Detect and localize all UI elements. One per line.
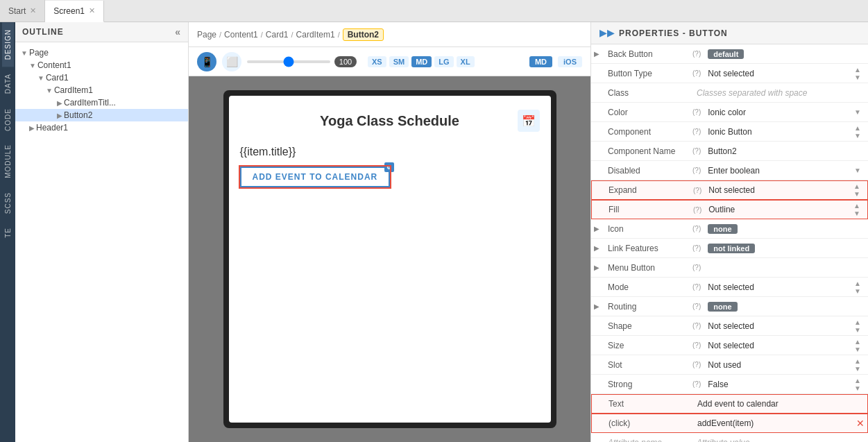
tree-item-content1[interactable]: ▼ Content1	[15, 59, 188, 71]
prop-q-component[interactable]: (?)	[692, 128, 701, 135]
tree-arrow-carditemtitle[interactable]: ▶	[57, 99, 62, 107]
tab-start[interactable]: Start ✕	[0, 0, 45, 22]
prop-label-strong: Strong	[602, 377, 692, 392]
prop-delete-click[interactable]: ✕	[856, 418, 865, 429]
tree-label-carditemtitle: CardItemTitl...	[64, 98, 116, 108]
tablet-view-icon[interactable]: ⬜	[222, 52, 241, 71]
prop-select-component[interactable]: Ionic Button ▲▼	[704, 123, 865, 141]
button-settings-icon: ⚙	[384, 162, 394, 172]
tree-item-page[interactable]: ▼ Page	[15, 46, 188, 59]
platform-ios-badge[interactable]: iOS	[558, 56, 582, 67]
prop-q-back-button[interactable]: (?)	[692, 50, 701, 58]
breadcrumb-button2[interactable]: Button2	[343, 28, 384, 41]
prop-arrow-color: ▼	[854, 108, 861, 116]
prop-q-routing[interactable]: (?)	[692, 303, 701, 310]
prop-value-attribute-value[interactable]: Attribute value	[692, 436, 865, 443]
mobile-view-icon[interactable]: 📱	[197, 52, 216, 71]
prop-select-expand[interactable]: Not selected ▲▼	[704, 181, 865, 199]
breadcrumb-content1[interactable]: Content1	[224, 30, 258, 40]
prop-select-color[interactable]: Ionic color ▼	[704, 106, 865, 119]
tree-item-button2[interactable]: ▶ Button2	[15, 109, 188, 121]
bp-md[interactable]: MD	[411, 56, 432, 67]
prop-q-fill[interactable]: (?)	[693, 206, 701, 214]
prop-q-button-type[interactable]: (?)	[692, 69, 701, 77]
prop-tag-back-button: default	[708, 49, 744, 59]
prop-q-expand[interactable]: (?)	[693, 187, 701, 194]
prop-select-fill[interactable]: Outline ▲▼	[704, 201, 865, 219]
outline-tree: ▼ Page ▼ Content1 ▼ Card1 ▼ CardItem1	[15, 42, 188, 442]
tab-screen1-close[interactable]: ✕	[89, 6, 95, 15]
prop-expand-icon[interactable]: ▶	[594, 225, 599, 232]
breadcrumb-page[interactable]: Page	[197, 30, 216, 40]
tree-arrow-page[interactable]: ▼	[21, 49, 28, 57]
prop-q-strong[interactable]: (?)	[692, 380, 701, 388]
breadcrumb-card1[interactable]: Card1	[266, 30, 289, 40]
side-label-data[interactable]: DATA	[2, 67, 14, 101]
prop-select-size[interactable]: Not selected ▲▼	[704, 337, 865, 355]
prop-expand-menu-button[interactable]: ▶	[594, 264, 599, 271]
platform-md-badge[interactable]: MD	[529, 56, 552, 67]
card-title: Yoga Class Schedule	[262, 113, 518, 129]
prop-select-slot[interactable]: Not used ▲▼	[704, 356, 865, 374]
prop-q-mode[interactable]: (?)	[692, 283, 701, 291]
tree-item-card1[interactable]: ▼ Card1	[15, 71, 188, 84]
tree-item-header1[interactable]: ▶ Header1	[15, 121, 188, 134]
tree-arrow-header1[interactable]: ▶	[29, 124, 35, 132]
prop-value-click[interactable]: addEvent(item)	[693, 417, 853, 430]
tree-item-carditem1[interactable]: ▼ CardItem1	[15, 84, 188, 96]
prop-row-component: Component (?) Ionic Button ▲▼	[591, 122, 868, 142]
prop-select-shape[interactable]: Not selected ▲▼	[704, 317, 865, 335]
prop-select-mode[interactable]: Not selected ▲▼	[704, 278, 865, 296]
prop-value-class[interactable]: Classes separated with space	[692, 87, 865, 99]
tree-arrow-carditem1[interactable]: ▼	[46, 87, 53, 94]
prop-expand-back-button[interactable]: ▶	[594, 50, 599, 58]
side-label-design[interactable]: DESIGN	[2, 22, 14, 67]
prop-q-slot[interactable]: (?)	[692, 361, 701, 368]
center-area: Page / Content1 / Card1 / CardItem1 / Bu…	[189, 22, 590, 442]
prop-q-size[interactable]: (?)	[692, 341, 701, 349]
tree-item-carditemtitle[interactable]: ▶ CardItemTitl...	[15, 96, 188, 109]
prop-row-link-features: ▶ Link Features (?) not linked	[591, 239, 868, 258]
prop-q-link-features[interactable]: (?)	[692, 244, 701, 252]
prop-q-menu-button[interactable]: (?)	[692, 264, 701, 271]
bp-lg[interactable]: LG	[434, 56, 453, 67]
zoom-slider[interactable]	[247, 60, 330, 63]
main-layout: DESIGN DATA CODE MODULE SCSS TE OUTLINE …	[0, 22, 868, 442]
prop-q-shape[interactable]: (?)	[692, 322, 701, 330]
prop-select-button-type[interactable]: Not selected ▲▼	[704, 65, 865, 83]
prop-label-component: Component	[602, 124, 692, 139]
tree-arrow-card1[interactable]: ▼	[37, 74, 44, 82]
tree-arrow-content1[interactable]: ▼	[29, 62, 36, 69]
prop-row-shape: Shape (?) Not selected ▲▼	[591, 316, 868, 336]
prop-q-component-name[interactable]: (?)	[692, 147, 701, 155]
prop-q-icon[interactable]: (?)	[692, 225, 701, 232]
prop-label-shape: Shape	[602, 318, 692, 334]
prop-value-text[interactable]: Add event to calendar	[693, 398, 865, 410]
side-label-scss[interactable]: SCSS	[2, 185, 14, 221]
side-label-code[interactable]: CODE	[2, 101, 14, 138]
prop-label-attribute-name[interactable]: Attribute name	[602, 435, 692, 443]
side-label-module[interactable]: MODULE	[2, 137, 14, 185]
prop-select-disabled[interactable]: Enter boolean ▼	[704, 164, 865, 177]
tab-start-close[interactable]: ✕	[30, 6, 36, 15]
tab-screen1[interactable]: Screen1 ✕	[45, 1, 104, 22]
side-label-te[interactable]: TE	[2, 221, 14, 245]
prop-row-click: (click) addEvent(item) ✕	[591, 414, 868, 433]
tree-label-page: Page	[29, 48, 49, 58]
prop-expand-link-features[interactable]: ▶	[594, 244, 599, 252]
prop-row-button-type: Button Type (?) Not selected ▲▼	[591, 64, 868, 83]
prop-value-slot: Not used	[708, 360, 741, 370]
prop-q-disabled[interactable]: (?)	[692, 167, 701, 174]
bp-xs[interactable]: XS	[368, 56, 386, 67]
outline-collapse-button[interactable]: «	[175, 26, 181, 37]
tree-arrow-button2[interactable]: ▶	[57, 112, 62, 119]
prop-arrows-expand: ▲▼	[853, 182, 860, 198]
add-event-button-text: ADD EVENT TO CALENDAR	[253, 172, 378, 182]
prop-expand-routing[interactable]: ▶	[594, 303, 599, 310]
prop-q-color[interactable]: (?)	[692, 108, 701, 116]
bp-xl[interactable]: XL	[457, 56, 475, 67]
bp-sm[interactable]: SM	[389, 56, 409, 67]
prop-select-strong[interactable]: False ▲▼	[704, 375, 865, 393]
add-event-button[interactable]: ADD EVENT TO CALENDAR ⚙	[240, 167, 391, 187]
breadcrumb-carditem1[interactable]: CardItem1	[296, 30, 335, 40]
